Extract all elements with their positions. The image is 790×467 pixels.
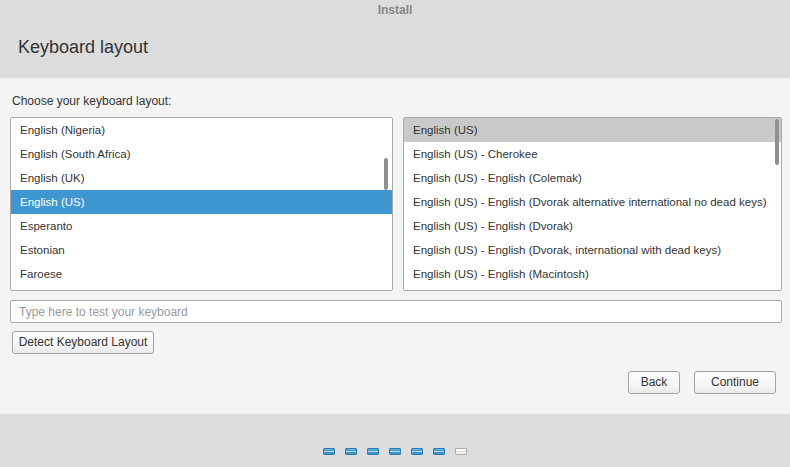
list-item[interactable]: Esperanto bbox=[11, 214, 392, 238]
detect-keyboard-layout-button[interactable]: Detect Keyboard Layout bbox=[12, 331, 154, 354]
progress-step-done bbox=[411, 448, 423, 455]
progress-step-done bbox=[389, 448, 401, 455]
progress-step-done bbox=[367, 448, 379, 455]
list-item[interactable]: English (US) - English (Dvorak, internat… bbox=[404, 238, 781, 262]
continue-button[interactable]: Continue bbox=[694, 371, 776, 394]
scrollbar-thumb[interactable] bbox=[775, 119, 779, 165]
list-item[interactable]: English (US) - English (Colemak) bbox=[404, 166, 781, 190]
scrollbar-thumb[interactable] bbox=[384, 158, 388, 190]
keyboard-variant-list: English (US)English (US) - CherokeeEngli… bbox=[403, 117, 782, 291]
list-item[interactable]: English (US) bbox=[11, 190, 392, 214]
installer-footer bbox=[0, 414, 790, 467]
list-item[interactable]: Estonian bbox=[11, 238, 392, 262]
list-item[interactable]: English (US) - English (Macintosh) bbox=[404, 262, 781, 286]
list-item[interactable]: Faroese bbox=[11, 262, 392, 286]
keyboard-test-input[interactable] bbox=[10, 300, 782, 323]
list-item[interactable]: English (US) - English (Dvorak) bbox=[404, 214, 781, 238]
progress-step-done bbox=[345, 448, 357, 455]
progress-indicator bbox=[0, 448, 790, 455]
progress-step-done bbox=[323, 448, 335, 455]
progress-step-done bbox=[433, 448, 445, 455]
list-item[interactable]: English (UK) bbox=[11, 166, 392, 190]
back-button[interactable]: Back bbox=[628, 371, 680, 394]
instruction-label: Choose your keyboard layout: bbox=[12, 94, 171, 108]
progress-step-pending bbox=[455, 448, 467, 455]
list-item[interactable]: English (South Africa) bbox=[11, 142, 392, 166]
installer-header: Install Keyboard layout bbox=[0, 0, 790, 78]
list-item[interactable]: English (US) - English (Dvorak alternati… bbox=[404, 190, 781, 214]
list-item[interactable]: English (US) bbox=[404, 118, 781, 142]
list-item[interactable]: English (US) - Cherokee bbox=[404, 142, 781, 166]
list-item[interactable]: English (Nigeria) bbox=[11, 118, 392, 142]
window-title: Install bbox=[0, 3, 790, 17]
keyboard-layout-list: English (Nigeria)English (South Africa)E… bbox=[10, 117, 393, 291]
page-title: Keyboard layout bbox=[18, 37, 148, 58]
